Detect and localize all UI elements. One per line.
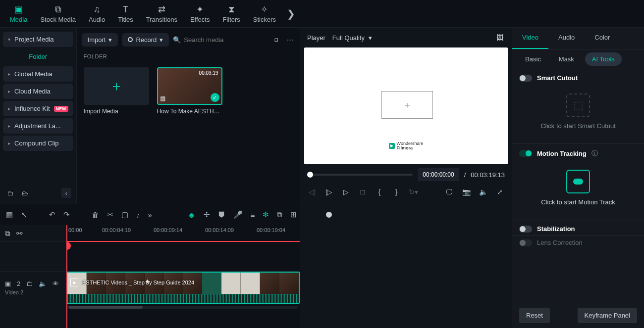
panel-hint[interactable]: Click to start Smart Cutout <box>540 122 616 130</box>
panel-hint[interactable]: Click to start Motion Track <box>541 198 615 206</box>
quality-selector[interactable]: Full Quality ▾ <box>332 34 372 42</box>
media-clip-tile[interactable]: 00:03:19 ▦ ✓ How To Make AESTHE... <box>157 67 222 115</box>
new-bin-icon[interactable]: 🗁 <box>20 188 30 198</box>
snap-icon[interactable]: ▦ <box>6 210 13 219</box>
undo-icon[interactable]: ↶ <box>49 210 55 219</box>
nav-titles[interactable]: T Titles <box>112 2 139 25</box>
nav-more[interactable]: ❯ <box>283 8 299 20</box>
sidebar-adjustment-layer[interactable]: ▸ Adjustment La... <box>3 118 73 134</box>
video-track-header[interactable]: ▣2 🗀 🔈 👁 Video 2 <box>0 272 66 304</box>
volume-icon[interactable]: 🔈 <box>478 188 488 196</box>
time-ruler[interactable]: 00:00 00:00:04:19 00:00:09:14 00:00:14:0… <box>66 225 300 242</box>
playhead[interactable] <box>66 225 67 328</box>
more-icon[interactable]: ⋯ <box>285 35 295 45</box>
next-frame-icon[interactable]: |▷ <box>324 188 334 196</box>
mark-out-icon[interactable]: } <box>391 188 401 196</box>
video-track[interactable]: ▶ ESTHETIC Videos _ Step by Step Guide 2… <box>66 272 300 304</box>
smart-cutout-icon[interactable]: ⬚ <box>566 94 590 117</box>
tab-basic[interactable]: Basic <box>518 52 548 66</box>
folder-icon[interactable]: 🗀 <box>26 280 33 287</box>
nav-stock-media[interactable]: ⧉ Stock Media <box>34 2 82 25</box>
horizontal-scrollbar[interactable] <box>66 304 300 310</box>
shield-icon[interactable]: ⛊ <box>218 211 225 219</box>
mark-in-icon[interactable]: { <box>375 188 384 196</box>
marker-icon[interactable]: ✻ <box>263 210 269 219</box>
filters-icon: ⧗ <box>228 4 235 15</box>
display-icon[interactable]: 🖵 <box>444 188 454 196</box>
import-button[interactable]: Import ▾ <box>82 33 118 47</box>
duplicate-icon[interactable]: ⧉ <box>5 229 10 238</box>
import-media-tile[interactable]: ＋ Import Media <box>84 67 149 115</box>
nav-audio[interactable]: ♫ Audio <box>83 2 111 25</box>
ruler-tick: 00:00:09:14 <box>154 227 182 233</box>
add-track-icon[interactable]: ⊞ <box>290 210 297 219</box>
sidebar-cloud-media[interactable]: ▸ Cloud Media <box>3 84 73 99</box>
inspector-footer: Reset Keyframe Panel <box>512 303 644 328</box>
sparkle-icon[interactable]: ✢ <box>204 210 210 219</box>
tab-ai-tools[interactable]: AI Tools <box>585 52 622 66</box>
stop-icon[interactable]: □ <box>358 188 368 196</box>
player-canvas[interactable]: ＋ ▶ WondershareFilmora <box>304 47 508 164</box>
tab-color[interactable]: Color <box>585 28 620 49</box>
tab-audio[interactable]: Audio <box>548 28 585 49</box>
sidebar-global-media[interactable]: ▸ Global Media <box>3 66 73 82</box>
video-clip[interactable]: ▶ ESTHETIC Videos _ Step by Step Guide 2… <box>66 272 300 304</box>
crop-icon[interactable]: ▢ <box>121 210 128 219</box>
visibility-icon[interactable]: 👁 <box>53 280 59 287</box>
nav-media[interactable]: ▣ Media <box>4 2 33 25</box>
motion-track-icon[interactable] <box>566 170 590 193</box>
loop-icon[interactable]: ↻▾ <box>408 188 418 196</box>
audio-icon: ♫ <box>94 4 101 15</box>
left-column: ▾ Project Media Folder ▸ Global Media ▸ … <box>0 28 300 328</box>
delete-icon[interactable]: 🗑 <box>92 211 99 219</box>
redo-icon[interactable]: ↷ <box>63 210 70 219</box>
collapse-sidebar[interactable]: ‹ <box>61 188 71 198</box>
tab-mask[interactable]: Mask <box>552 52 581 66</box>
cut-icon[interactable]: ✂ <box>107 210 113 219</box>
record-button[interactable]: Record ▾ <box>122 33 169 47</box>
pointer-icon[interactable]: ↖ <box>21 210 27 219</box>
sidebar-influence-kit[interactable]: ▸ Influence Kit NEW <box>3 101 73 116</box>
nav-stickers[interactable]: ✧ Stickers <box>247 2 282 25</box>
new-folder-icon[interactable]: 🗀 <box>5 188 15 198</box>
filter-icon[interactable]: ⫑ <box>271 35 281 45</box>
sidebar-folder[interactable]: Folder <box>3 49 73 64</box>
transitions-icon: ⇄ <box>158 4 165 15</box>
motion-tracking-toggle[interactable] <box>519 150 532 157</box>
sidebar-label: Global Media <box>14 70 53 78</box>
total-time: 00:03:19:13 <box>471 171 505 179</box>
stabilization-toggle[interactable] <box>519 226 532 233</box>
link-icon[interactable]: ⚯ <box>16 229 23 238</box>
nav-transitions[interactable]: ⇄ Transitions <box>140 2 183 25</box>
tab-video[interactable]: Video <box>512 28 548 49</box>
snapshot-icon[interactable]: 🖼 <box>495 34 505 42</box>
timeline-channels[interactable]: 00:00 00:00:04:19 00:00:09:14 00:00:14:0… <box>66 225 300 328</box>
prev-frame-icon[interactable]: ◁| <box>307 188 317 196</box>
seek-slider[interactable] <box>307 174 413 176</box>
player-controls: ◁| |▷ ▷ □ { } ↻▾ 🖵 📷 🔈 ⤢ <box>300 185 512 201</box>
expand-tools-icon[interactable]: » <box>148 211 152 219</box>
mic-icon[interactable]: 🎤 <box>233 210 243 219</box>
canvas-placeholder[interactable]: ＋ <box>381 91 433 119</box>
track-headers: ⧉ ⚯ ▣2 🗀 🔈 👁 Video 2 <box>0 225 66 328</box>
help-icon[interactable]: ⓘ <box>591 149 598 158</box>
chevron-down-icon: ▾ <box>8 37 10 42</box>
mute-icon[interactable]: 🔈 <box>39 280 47 287</box>
sidebar-project-media[interactable]: ▾ Project Media <box>3 32 73 47</box>
sidebar-compound-clip[interactable]: ▸ Compound Clip <box>3 136 73 151</box>
search-input[interactable] <box>184 36 267 44</box>
ai-icon[interactable]: ☻ <box>188 211 196 219</box>
smart-cutout-toggle[interactable] <box>519 75 532 82</box>
stack-icon[interactable]: ⧉ <box>277 210 282 219</box>
camera-icon[interactable]: 📷 <box>461 188 471 196</box>
reset-button[interactable]: Reset <box>519 308 550 323</box>
play-icon[interactable]: ▷ <box>341 188 351 196</box>
track-count: 2 <box>17 280 20 287</box>
list-icon[interactable]: ≡ <box>251 211 255 219</box>
fullscreen-icon[interactable]: ⤢ <box>495 188 505 196</box>
empty-track[interactable] <box>66 242 300 272</box>
music-icon[interactable]: ♪ <box>136 211 140 219</box>
keyframe-panel-button[interactable]: Keyframe Panel <box>578 308 638 323</box>
nav-filters[interactable]: ⧗ Filters <box>216 2 246 25</box>
nav-effects[interactable]: ✦ Effects <box>184 2 216 25</box>
